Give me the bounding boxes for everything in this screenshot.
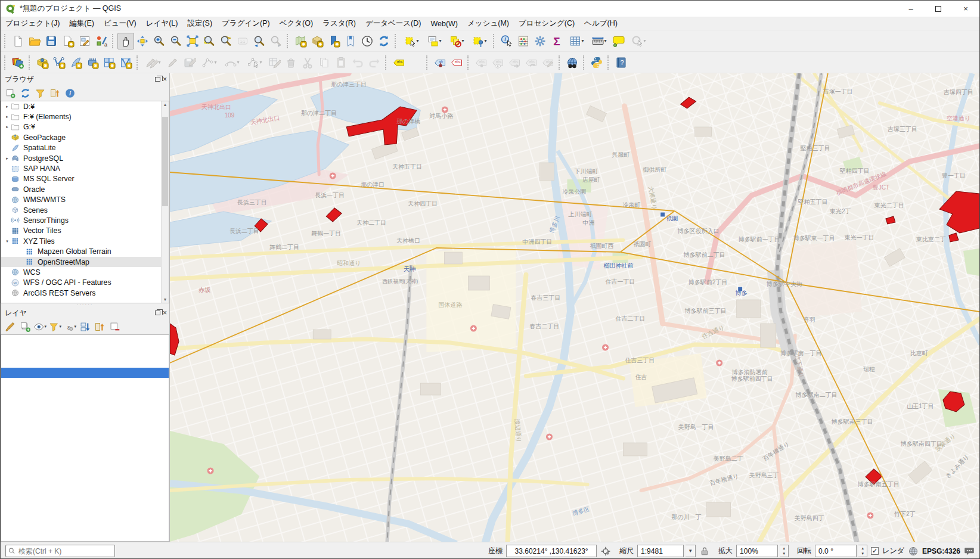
expander-icon[interactable]: ▸ xyxy=(4,104,11,109)
menu-item-project[interactable]: プロジェクト(J) xyxy=(1,17,64,30)
highlight-pinned-labels-button[interactable]: abc xyxy=(448,54,465,71)
scale-dropdown-icon[interactable]: ▼ xyxy=(686,545,696,557)
filter-by-expression-button[interactable]: ε▾ xyxy=(63,320,76,333)
open-layer-styling-button[interactable] xyxy=(4,320,17,333)
crs-globe-icon[interactable] xyxy=(908,546,919,557)
toolbar-grip[interactable] xyxy=(493,34,496,48)
layer-item-hakata-train-multilinestrings[interactable] xyxy=(1,347,169,358)
close-button[interactable]: × xyxy=(952,1,979,17)
browser-item-postgresql[interactable]: ▸PostgreSQL xyxy=(1,153,169,163)
toolbar-grip[interactable] xyxy=(559,55,562,70)
show-layout-manager-button[interactable] xyxy=(76,33,93,49)
new-annotation-dropdown-icon[interactable]: ▾ xyxy=(643,38,646,44)
select-by-location-button[interactable]: ▾ xyxy=(468,33,491,49)
messages-icon[interactable] xyxy=(964,546,975,557)
toolbar-grip[interactable] xyxy=(287,34,290,48)
add-circular-string-dropdown-icon[interactable]: ▾ xyxy=(237,60,239,65)
layer-diagram-options-button[interactable] xyxy=(407,54,424,71)
open-attribute-table-button[interactable]: ▾ xyxy=(565,33,588,49)
metasearch-button[interactable] xyxy=(564,54,581,71)
new-geopackage-layer-button[interactable] xyxy=(34,54,51,71)
menu-item-web[interactable]: Web(W) xyxy=(426,18,463,29)
lock-scale-icon[interactable] xyxy=(699,546,710,557)
layer-item-hakata-train-other-relations[interactable] xyxy=(1,378,169,389)
select-features-by-value-button[interactable]: ▾ xyxy=(423,33,445,49)
crs-value[interactable]: EPSG:4326 xyxy=(922,547,960,555)
deselect-features-dropdown-icon[interactable]: ▾ xyxy=(461,38,464,44)
scale-combo[interactable]: ▼ xyxy=(637,545,696,557)
layer-item-openstreetmap[interactable] xyxy=(1,389,169,399)
browser-item-vector-tiles[interactable]: Vector Tiles xyxy=(1,226,169,236)
help-contents-button[interactable]: ? xyxy=(613,54,629,71)
browser-item-oracle[interactable]: Oracle xyxy=(1,184,169,194)
menu-item-vector[interactable]: ベクタ(O) xyxy=(275,17,318,30)
collapse-all-layers-button[interactable] xyxy=(93,320,106,333)
identify-features-button[interactable]: i xyxy=(498,33,515,49)
browser-close-icon[interactable]: × xyxy=(163,76,167,82)
menu-item-processing[interactable]: プロセシング(C) xyxy=(514,17,579,30)
browser-item-wms-wmts[interactable]: WMS/WMTS xyxy=(1,195,169,205)
browser-item-ms-sql-server[interactable]: MS SQL Server xyxy=(1,174,169,184)
select-features-by-value-dropdown-icon[interactable]: ▾ xyxy=(439,38,441,44)
new-3d-map-view-button[interactable] xyxy=(309,33,325,49)
browser-item-spatialite[interactable]: SpatiaLite xyxy=(1,143,169,153)
new-spatial-bookmark-button[interactable] xyxy=(325,33,342,49)
measure-line-button[interactable]: ▾ xyxy=(588,33,610,49)
toolbar-grip[interactable] xyxy=(112,34,115,48)
magnifier-input[interactable] xyxy=(736,545,778,557)
browser-float-icon[interactable] xyxy=(155,77,160,82)
zoom-in-button[interactable] xyxy=(151,33,168,49)
collapse-all-button[interactable] xyxy=(48,86,61,100)
open-data-source-manager-button[interactable] xyxy=(10,54,26,71)
current-edits-dropdown-icon[interactable]: ▾ xyxy=(158,60,160,65)
rotation-input[interactable] xyxy=(815,545,857,557)
menu-item-layer[interactable]: レイヤ(L) xyxy=(141,17,183,30)
processing-toolbox-button[interactable] xyxy=(532,33,548,49)
toolbar-grip[interactable] xyxy=(4,34,7,48)
pan-map-button[interactable] xyxy=(117,33,134,49)
menu-item-help[interactable]: ヘルプ(H) xyxy=(579,17,622,30)
zoom-full-button[interactable] xyxy=(184,33,201,49)
map-tips-button[interactable] xyxy=(610,33,627,49)
select-by-location-dropdown-icon[interactable]: ▾ xyxy=(484,38,486,44)
browser-item-sap-hana[interactable]: SAP HANA xyxy=(1,163,169,173)
layer-labeling-options-button[interactable]: abc xyxy=(390,54,407,71)
select-features-button[interactable]: ▾ xyxy=(400,33,423,49)
add-selected-layers-button[interactable] xyxy=(4,86,17,100)
menu-item-view[interactable]: ビュー(V) xyxy=(99,17,141,30)
new-mesh-layer-button[interactable] xyxy=(117,54,134,71)
browser-item-wcs[interactable]: WCS xyxy=(1,267,169,277)
minimize-button[interactable]: – xyxy=(897,1,925,17)
toolbar-grip[interactable] xyxy=(385,55,388,70)
extents-toggle-icon[interactable] xyxy=(600,546,611,557)
expander-icon[interactable]: ▾ xyxy=(4,239,11,244)
python-console-button[interactable] xyxy=(588,54,605,71)
toolbar-grip[interactable] xyxy=(4,55,7,70)
refresh-browser-button[interactable] xyxy=(18,86,32,100)
open-attribute-table-dropdown-icon[interactable]: ▾ xyxy=(581,38,584,44)
pin-labels-button[interactable]: ab xyxy=(432,54,448,71)
browser-scrollbar-thumb[interactable] xyxy=(162,117,168,206)
toolbar-grip[interactable] xyxy=(137,55,139,70)
map-canvas[interactable]: 那の津三丁目天神北出口109天神北出口那の津二丁目那の津橋那の津口天神五丁目長浜… xyxy=(170,73,979,542)
new-temporary-scratch-layer-button[interactable] xyxy=(84,54,101,71)
browser-item-d[interactable]: ▸D:¥ xyxy=(1,101,169,111)
menu-item-settings[interactable]: 設定(S) xyxy=(182,17,217,30)
expander-icon[interactable]: ▸ xyxy=(4,125,11,129)
maximize-button[interactable] xyxy=(925,1,952,17)
magnifier-spin-buttons[interactable]: ▲▼ xyxy=(780,545,789,557)
new-spatialite-layer-button[interactable] xyxy=(67,54,84,71)
zoom-last-button[interactable] xyxy=(251,33,268,49)
toolbar-grip[interactable] xyxy=(467,55,470,70)
new-shapefile-layer-button[interactable] xyxy=(51,54,67,71)
toolbar-grip[interactable] xyxy=(29,55,32,70)
browser-item-mapzen-global-terrain[interactable]: Mapzen Global Terrain xyxy=(1,246,169,256)
browser-scrollbar[interactable]: ▲ ▼ xyxy=(161,101,169,303)
deselect-features-button[interactable]: ▾ xyxy=(445,33,468,49)
zoom-to-selection-button[interactable] xyxy=(201,33,218,49)
new-map-view-button[interactable] xyxy=(292,33,309,49)
browser-item-scenes[interactable]: Scenes xyxy=(1,205,169,215)
expander-icon[interactable]: ▸ xyxy=(4,156,11,161)
search-box[interactable] xyxy=(5,545,115,557)
browser-item-wfs-ogc-api-features[interactable]: WWFS / OGC API - Features xyxy=(1,278,169,288)
